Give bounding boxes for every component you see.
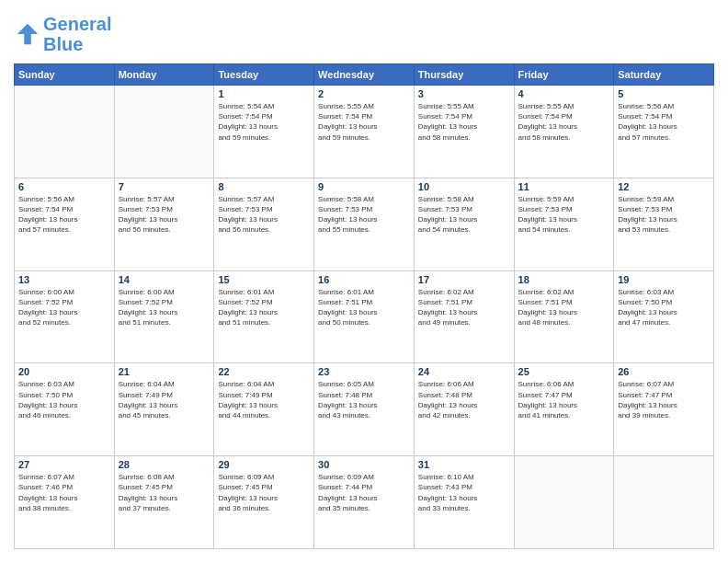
day-detail: Sunrise: 5:55 AM Sunset: 7:54 PM Dayligh… <box>318 101 410 143</box>
calendar-cell: 10Sunrise: 5:58 AM Sunset: 7:53 PM Dayli… <box>414 178 514 270</box>
day-detail: Sunrise: 6:02 AM Sunset: 7:51 PM Dayligh… <box>518 287 610 328</box>
calendar-cell: 18Sunrise: 6:02 AM Sunset: 7:51 PM Dayli… <box>514 270 614 363</box>
weekday-header-row: SundayMondayTuesdayWednesdayThursdayFrid… <box>15 64 714 86</box>
day-number: 23 <box>318 366 410 377</box>
calendar-cell: 27Sunrise: 6:07 AM Sunset: 7:46 PM Dayli… <box>15 456 115 549</box>
day-detail: Sunrise: 6:06 AM Sunset: 7:47 PM Dayligh… <box>518 379 610 420</box>
header: General Blue <box>14 14 714 54</box>
weekday-header-tuesday: Tuesday <box>214 64 314 86</box>
day-detail: Sunrise: 6:03 AM Sunset: 7:50 PM Dayligh… <box>618 287 710 328</box>
day-detail: Sunrise: 5:56 AM Sunset: 7:54 PM Dayligh… <box>618 101 710 143</box>
calendar-cell: 25Sunrise: 6:06 AM Sunset: 7:47 PM Dayli… <box>514 363 614 456</box>
calendar-cell: 11Sunrise: 5:59 AM Sunset: 7:53 PM Dayli… <box>514 178 614 270</box>
calendar-cell: 12Sunrise: 5:59 AM Sunset: 7:53 PM Dayli… <box>614 178 714 270</box>
weekday-header-friday: Friday <box>514 64 614 86</box>
calendar-cell: 15Sunrise: 6:01 AM Sunset: 7:52 PM Dayli… <box>214 270 314 363</box>
day-number: 15 <box>218 274 310 285</box>
day-number: 1 <box>218 88 310 99</box>
day-detail: Sunrise: 6:01 AM Sunset: 7:52 PM Dayligh… <box>218 287 310 328</box>
calendar-cell: 5Sunrise: 5:56 AM Sunset: 7:54 PM Daylig… <box>614 86 714 178</box>
day-detail: Sunrise: 5:58 AM Sunset: 7:53 PM Dayligh… <box>318 194 410 236</box>
logo-icon <box>14 20 41 48</box>
week-row-5: 27Sunrise: 6:07 AM Sunset: 7:46 PM Dayli… <box>15 456 714 549</box>
day-detail: Sunrise: 5:59 AM Sunset: 7:53 PM Dayligh… <box>618 194 710 236</box>
day-detail: Sunrise: 6:07 AM Sunset: 7:46 PM Dayligh… <box>18 472 110 513</box>
week-row-3: 13Sunrise: 6:00 AM Sunset: 7:52 PM Dayli… <box>15 270 714 363</box>
day-number: 14 <box>119 274 210 285</box>
day-detail: Sunrise: 6:04 AM Sunset: 7:49 PM Dayligh… <box>218 379 310 420</box>
svg-marker-0 <box>17 24 39 45</box>
calendar-cell <box>114 86 214 178</box>
calendar-cell: 22Sunrise: 6:04 AM Sunset: 7:49 PM Dayli… <box>214 363 314 456</box>
calendar-cell: 9Sunrise: 5:58 AM Sunset: 7:53 PM Daylig… <box>314 178 415 270</box>
day-number: 16 <box>318 274 410 285</box>
calendar-cell: 23Sunrise: 6:05 AM Sunset: 7:48 PM Dayli… <box>314 363 415 456</box>
day-detail: Sunrise: 6:06 AM Sunset: 7:48 PM Dayligh… <box>418 379 510 420</box>
weekday-header-monday: Monday <box>114 64 214 86</box>
day-detail: Sunrise: 6:02 AM Sunset: 7:51 PM Dayligh… <box>418 287 510 328</box>
calendar-cell: 21Sunrise: 6:04 AM Sunset: 7:49 PM Dayli… <box>114 363 214 456</box>
day-detail: Sunrise: 6:04 AM Sunset: 7:49 PM Dayligh… <box>119 379 210 420</box>
day-number: 2 <box>318 88 410 99</box>
weekday-header-sunday: Sunday <box>15 64 115 86</box>
day-detail: Sunrise: 5:55 AM Sunset: 7:54 PM Dayligh… <box>518 101 610 143</box>
day-detail: Sunrise: 5:57 AM Sunset: 7:53 PM Dayligh… <box>119 194 210 236</box>
calendar-cell: 19Sunrise: 6:03 AM Sunset: 7:50 PM Dayli… <box>614 270 714 363</box>
day-number: 31 <box>418 459 510 470</box>
calendar-cell <box>614 456 714 549</box>
day-number: 22 <box>218 366 310 377</box>
day-detail: Sunrise: 5:56 AM Sunset: 7:54 PM Dayligh… <box>18 194 110 236</box>
calendar-cell: 3Sunrise: 5:55 AM Sunset: 7:54 PM Daylig… <box>414 86 514 178</box>
day-number: 11 <box>518 181 610 192</box>
day-number: 25 <box>518 366 610 377</box>
day-detail: Sunrise: 6:10 AM Sunset: 7:43 PM Dayligh… <box>418 472 510 513</box>
day-detail: Sunrise: 6:09 AM Sunset: 7:45 PM Dayligh… <box>218 472 310 513</box>
day-number: 27 <box>18 459 110 470</box>
day-number: 10 <box>418 181 510 192</box>
calendar-cell: 16Sunrise: 6:01 AM Sunset: 7:51 PM Dayli… <box>314 270 415 363</box>
calendar-cell <box>514 456 614 549</box>
calendar-cell: 8Sunrise: 5:57 AM Sunset: 7:53 PM Daylig… <box>214 178 314 270</box>
calendar-cell: 31Sunrise: 6:10 AM Sunset: 7:43 PM Dayli… <box>414 456 514 549</box>
day-number: 19 <box>618 274 710 285</box>
day-detail: Sunrise: 6:03 AM Sunset: 7:50 PM Dayligh… <box>18 379 110 420</box>
day-detail: Sunrise: 5:58 AM Sunset: 7:53 PM Dayligh… <box>418 194 510 236</box>
day-number: 29 <box>218 459 310 470</box>
weekday-header-thursday: Thursday <box>414 64 514 86</box>
day-number: 13 <box>18 274 110 285</box>
day-number: 26 <box>618 366 710 377</box>
week-row-4: 20Sunrise: 6:03 AM Sunset: 7:50 PM Dayli… <box>15 363 714 456</box>
day-detail: Sunrise: 6:05 AM Sunset: 7:48 PM Dayligh… <box>318 379 410 420</box>
week-row-2: 6Sunrise: 5:56 AM Sunset: 7:54 PM Daylig… <box>15 178 714 270</box>
day-detail: Sunrise: 6:00 AM Sunset: 7:52 PM Dayligh… <box>119 287 210 328</box>
day-number: 30 <box>318 459 410 470</box>
day-detail: Sunrise: 6:07 AM Sunset: 7:47 PM Dayligh… <box>618 379 710 420</box>
day-number: 28 <box>119 459 210 470</box>
day-number: 20 <box>18 366 110 377</box>
calendar-table: SundayMondayTuesdayWednesdayThursdayFrid… <box>14 63 714 549</box>
day-number: 9 <box>318 181 410 192</box>
calendar-cell: 7Sunrise: 5:57 AM Sunset: 7:53 PM Daylig… <box>114 178 214 270</box>
calendar-cell: 13Sunrise: 6:00 AM Sunset: 7:52 PM Dayli… <box>15 270 115 363</box>
day-detail: Sunrise: 6:00 AM Sunset: 7:52 PM Dayligh… <box>18 287 110 328</box>
calendar-cell <box>15 86 115 178</box>
calendar-cell: 28Sunrise: 6:08 AM Sunset: 7:45 PM Dayli… <box>114 456 214 549</box>
calendar-cell: 26Sunrise: 6:07 AM Sunset: 7:47 PM Dayli… <box>614 363 714 456</box>
logo: General Blue <box>14 14 111 54</box>
day-number: 21 <box>119 366 210 377</box>
calendar-cell: 4Sunrise: 5:55 AM Sunset: 7:54 PM Daylig… <box>514 86 614 178</box>
day-number: 12 <box>618 181 710 192</box>
logo-text: General Blue <box>43 14 111 54</box>
day-number: 5 <box>618 88 710 99</box>
day-detail: Sunrise: 6:08 AM Sunset: 7:45 PM Dayligh… <box>119 472 210 513</box>
day-number: 6 <box>18 181 110 192</box>
calendar-cell: 14Sunrise: 6:00 AM Sunset: 7:52 PM Dayli… <box>114 270 214 363</box>
day-number: 18 <box>518 274 610 285</box>
calendar-cell: 1Sunrise: 5:54 AM Sunset: 7:54 PM Daylig… <box>214 86 314 178</box>
day-detail: Sunrise: 6:01 AM Sunset: 7:51 PM Dayligh… <box>318 287 410 328</box>
weekday-header-wednesday: Wednesday <box>314 64 415 86</box>
day-detail: Sunrise: 6:09 AM Sunset: 7:44 PM Dayligh… <box>318 472 410 513</box>
calendar-cell: 29Sunrise: 6:09 AM Sunset: 7:45 PM Dayli… <box>214 456 314 549</box>
week-row-1: 1Sunrise: 5:54 AM Sunset: 7:54 PM Daylig… <box>15 86 714 178</box>
day-number: 7 <box>119 181 210 192</box>
